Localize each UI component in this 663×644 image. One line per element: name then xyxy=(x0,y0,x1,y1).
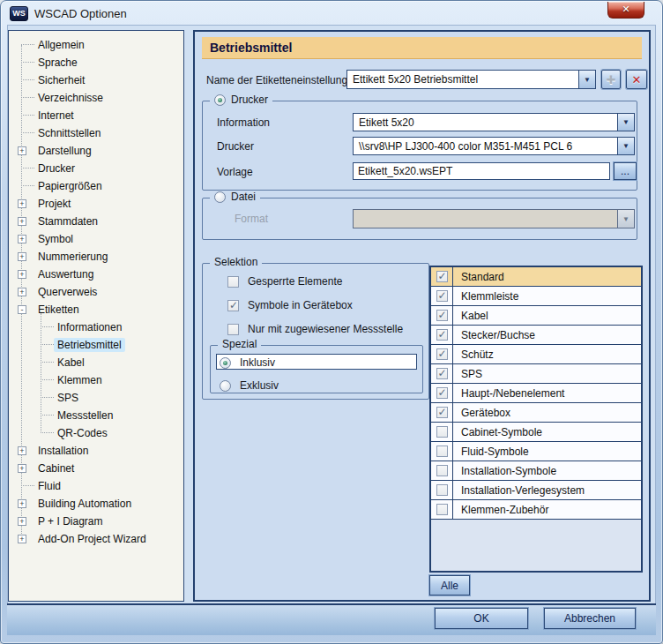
row-checkbox[interactable] xyxy=(436,484,448,496)
list-item[interactable]: Klemmen-Zubehör xyxy=(431,500,641,520)
list-item[interactable]: Klemmleiste xyxy=(431,287,641,306)
tree-item[interactable]: Papiergrößen xyxy=(9,177,183,195)
row-checkbox[interactable] xyxy=(436,290,448,302)
list-item[interactable]: Gerätebox xyxy=(431,403,641,423)
tree-item[interactable]: Messstellen xyxy=(9,407,183,424)
tree-expand-icon[interactable] xyxy=(18,482,26,490)
list-item[interactable]: Installation-Symbole xyxy=(431,461,641,481)
tree-item[interactable]: + Symbol xyxy=(9,230,183,248)
chevron-down-icon[interactable]: ▼ xyxy=(617,114,634,131)
tree-expand-icon[interactable] xyxy=(37,411,46,420)
chevron-down-icon[interactable]: ▼ xyxy=(617,138,634,154)
tree-item[interactable]: Verzeichnisse xyxy=(9,89,183,107)
tree-expand-icon[interactable] xyxy=(18,41,26,49)
row-checkbox[interactable] xyxy=(436,368,448,379)
row-checkbox[interactable] xyxy=(436,310,448,321)
row-checkbox[interactable] xyxy=(436,387,448,399)
printer-combobox[interactable]: \\srv8\HP LJ300-400 color M351-M451 PCL … xyxy=(353,137,635,155)
tree-item[interactable]: Fluid xyxy=(9,477,183,495)
tree-item[interactable]: Informationen xyxy=(9,318,183,336)
tree-item[interactable]: Schnittstellen xyxy=(9,124,183,142)
tree-item[interactable]: + Stammdaten xyxy=(9,213,183,230)
tree-expand-icon[interactable]: + xyxy=(18,517,26,526)
tree-item[interactable]: Drucker xyxy=(9,160,183,177)
tree-item[interactable]: + Installation xyxy=(9,442,183,460)
label-setting-combobox[interactable]: Ettikett 5x20 Betriebsmittel ▼ xyxy=(346,70,596,89)
row-checkbox[interactable] xyxy=(436,465,448,476)
tree-item[interactable]: Sprache xyxy=(9,54,183,71)
checkbox[interactable] xyxy=(227,300,239,311)
spezial-radio-row[interactable]: Inklusiv xyxy=(220,356,324,369)
list-item[interactable]: Kabel xyxy=(431,306,641,326)
list-item[interactable]: Schütz xyxy=(431,345,641,364)
tree-expand-icon[interactable] xyxy=(18,111,26,120)
element-type-list[interactable]: Standard Klemmleiste Kabel xyxy=(429,266,643,573)
drucker-radio[interactable] xyxy=(214,94,226,106)
datei-radio[interactable] xyxy=(214,191,226,203)
tree-expand-icon[interactable] xyxy=(37,393,46,402)
close-button[interactable]: ✕ xyxy=(607,2,644,19)
tree-item[interactable]: + Cabinet xyxy=(9,460,183,477)
row-checkbox[interactable] xyxy=(436,271,448,282)
tree-item[interactable]: + Darstellung xyxy=(9,142,183,160)
tree-expand-icon[interactable]: + xyxy=(18,446,26,455)
tree-item[interactable]: + Auswertung xyxy=(9,266,183,283)
tree-item[interactable]: Klemmen xyxy=(9,371,183,389)
row-checkbox[interactable] xyxy=(436,348,448,360)
tree-expand-icon[interactable] xyxy=(37,323,46,332)
tree-item[interactable]: - Etiketten xyxy=(9,301,183,318)
row-checkbox[interactable] xyxy=(436,446,448,457)
cancel-button[interactable]: Abbrechen xyxy=(544,608,636,629)
tree-expand-icon[interactable]: + xyxy=(18,217,26,226)
tree-expand-icon[interactable] xyxy=(18,94,26,102)
list-item[interactable]: SPS xyxy=(431,364,641,384)
tree-expand-icon[interactable]: + xyxy=(18,199,26,208)
tree-expand-icon[interactable] xyxy=(37,429,46,438)
selektion-checkbox-row[interactable]: Gesperrte Elemente xyxy=(227,275,441,288)
tree-expand-icon[interactable] xyxy=(37,341,46,349)
selektion-checkbox-row[interactable]: Nur mit zugewiesener Messstelle xyxy=(227,323,441,335)
tree-item[interactable]: Internet xyxy=(9,107,183,124)
list-item[interactable]: Standard xyxy=(431,267,641,287)
tree-item[interactable]: Sicherheit xyxy=(9,71,183,89)
tree-expand-icon[interactable] xyxy=(18,182,26,191)
tree-expand-icon[interactable]: - xyxy=(18,305,26,314)
tree-item[interactable]: QR-Codes xyxy=(9,424,183,442)
delete-setting-button[interactable]: ✕ xyxy=(626,70,647,89)
tree-item[interactable]: + Querverweis xyxy=(9,283,183,301)
tree-expand-icon[interactable] xyxy=(37,376,46,385)
chevron-down-icon[interactable]: ▼ xyxy=(578,71,595,88)
selektion-checkbox-row[interactable]: Symbole in Gerätebox xyxy=(227,299,441,311)
browse-button[interactable]: ... xyxy=(614,162,637,180)
tree-expand-icon[interactable] xyxy=(18,58,26,67)
tree-expand-icon[interactable] xyxy=(18,164,26,173)
checkbox[interactable] xyxy=(227,276,239,288)
tree-item[interactable]: SPS xyxy=(9,389,183,407)
tree-expand-icon[interactable]: + xyxy=(18,499,26,508)
tree-item[interactable]: + P + I Diagram xyxy=(9,513,183,530)
radio-button[interactable] xyxy=(220,380,231,392)
tree-item[interactable]: Betriebsmittel xyxy=(9,336,183,354)
spezial-radio-row[interactable]: Exklusiv xyxy=(220,379,324,392)
alle-button[interactable]: Alle xyxy=(429,575,470,595)
tree-expand-icon[interactable]: + xyxy=(18,235,26,243)
list-item[interactable]: Installation-Verlegesystem xyxy=(431,481,641,500)
tree-item[interactable]: + Nummerierung xyxy=(9,248,183,266)
tree-expand-icon[interactable]: + xyxy=(18,535,26,543)
template-input[interactable] xyxy=(353,162,610,180)
tree-item[interactable]: + Projekt xyxy=(9,195,183,213)
list-item[interactable]: Stecker/Buchse xyxy=(431,326,641,345)
tree-expand-icon[interactable] xyxy=(37,358,46,367)
titlebar[interactable]: WS WSCAD Optionen xyxy=(1,1,662,26)
options-tree[interactable]: Allgemein Sprache Sicherheit Verzeichnis… xyxy=(8,30,184,602)
tree-item[interactable]: + Building Automation xyxy=(9,495,183,513)
tree-expand-icon[interactable]: + xyxy=(18,146,26,155)
tree-expand-icon[interactable]: + xyxy=(18,464,26,473)
tree-expand-icon[interactable] xyxy=(18,129,26,138)
tree-item[interactable]: Kabel xyxy=(9,354,183,371)
row-checkbox[interactable] xyxy=(436,426,448,438)
tree-item[interactable]: Allgemein xyxy=(9,36,183,54)
list-item[interactable]: Fluid-Symbole xyxy=(431,442,641,461)
tree-expand-icon[interactable] xyxy=(18,76,26,85)
row-checkbox[interactable] xyxy=(436,504,448,515)
